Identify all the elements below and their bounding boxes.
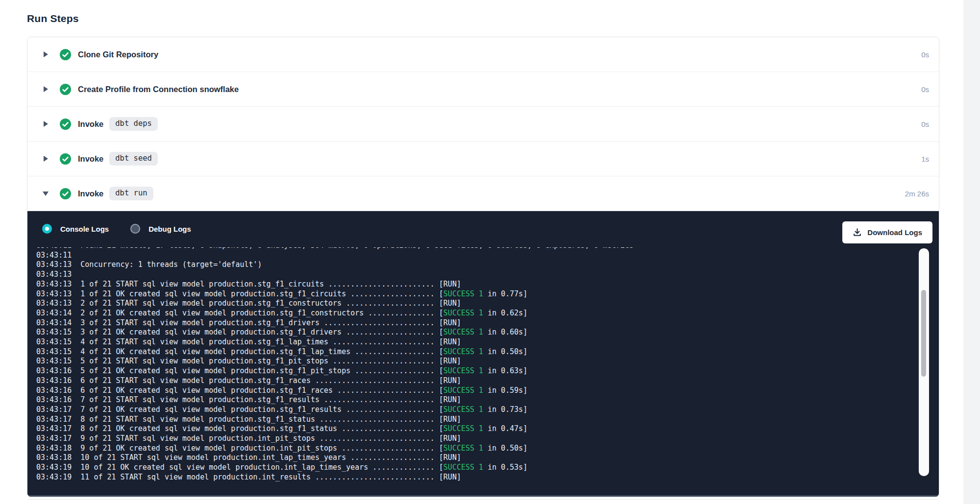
success-check-icon: [60, 49, 71, 60]
log-line: 03:43:11 Found 21 models, 17 tests, 0 sn…: [36, 247, 913, 251]
log-line: 03:43:14 2 of 21 OK created sql view mod…: [36, 309, 913, 318]
success-check-icon: [60, 119, 71, 130]
log-line: 03:43:17 9 of 21 START sql view model pr…: [36, 434, 913, 444]
log-line: 03:43:19 10 of 21 OK created sql view mo…: [36, 463, 913, 473]
step-label: Clone Git Repository: [78, 50, 158, 59]
logs-panel: Console Logs Debug Logs Download Logs 03…: [27, 211, 939, 497]
chevron-right-icon[interactable]: [42, 121, 49, 127]
log-line: 03:43:17 8 of 21 START sql view model pr…: [36, 415, 913, 425]
log-content: 03:43:11 Found 21 models, 17 tests, 0 sn…: [36, 247, 913, 482]
step-row-clone-git-repository[interactable]: Clone Git Repository 0s: [27, 37, 939, 72]
panel-bottom-edge: [28, 495, 938, 497]
step-duration: 0s: [921, 85, 929, 94]
log-line: 03:43:13 1 of 21 START sql view model pr…: [36, 280, 913, 289]
log-line: 03:43:14 3 of 21 START sql view model pr…: [36, 318, 913, 328]
step-duration: 1s: [921, 155, 929, 163]
step-label: Invoke: [78, 120, 103, 129]
chevron-down-icon[interactable]: [42, 192, 49, 196]
success-check-icon: [60, 84, 71, 95]
console-logs-radio[interactable]: Console Logs: [42, 224, 109, 234]
log-line: 03:43:17 8 of 21 OK created sql view mod…: [36, 424, 913, 434]
step-row-invoke-dbt-run[interactable]: Invoke dbt run 2m 26s: [27, 176, 939, 211]
log-line: 03:43:16 5 of 21 OK created sql view mod…: [36, 366, 913, 376]
step-label: Create Profile from Connection snowflake: [78, 85, 239, 94]
log-line: 03:43:16 7 of 21 START sql view model pr…: [36, 395, 913, 405]
step-row-invoke-dbt-seed[interactable]: Invoke dbt seed 1s: [27, 142, 939, 176]
log-line: 03:43:15 5 of 21 START sql view model pr…: [36, 357, 913, 366]
log-line: 03:43:13 Concurrency: 1 threads (target=…: [36, 260, 913, 270]
console-logs-label: Console Logs: [60, 225, 109, 233]
step-duration: 0s: [921, 120, 929, 128]
step-label: Invoke: [78, 189, 103, 198]
command-badge: dbt deps: [109, 117, 158, 131]
log-line: 03:43:19 11 of 21 START sql view model p…: [36, 473, 913, 482]
log-line: 03:43:15 4 of 21 OK created sql view mod…: [36, 347, 913, 357]
download-icon: [853, 228, 862, 237]
section-divider: [27, 499, 938, 500]
log-line: 03:43:15 3 of 21 OK created sql view mod…: [36, 328, 913, 337]
log-line: 03:43:17 7 of 21 OK created sql view mod…: [36, 405, 913, 415]
run-steps-card: Clone Git Repository 0s Create Profile f…: [27, 37, 939, 497]
step-row-invoke-dbt-deps[interactable]: Invoke dbt deps 0s: [27, 107, 939, 142]
debug-logs-label: Debug Logs: [148, 225, 191, 233]
step-duration: 2m 26s: [905, 190, 929, 198]
log-line: 03:43:15 4 of 21 START sql view model pr…: [36, 337, 913, 347]
step-label: Invoke: [78, 154, 103, 164]
download-logs-label: Download Logs: [867, 228, 922, 237]
page-right-gutter: [963, 0, 980, 504]
log-line: 03:43:13 2 of 21 START sql view model pr…: [36, 299, 913, 309]
radio-unselected-icon[interactable]: [130, 224, 140, 234]
success-check-icon: [60, 188, 71, 199]
log-scrollbar-thumb[interactable]: [921, 290, 926, 377]
log-line: 03:43:18 9 of 21 OK created sql view mod…: [36, 444, 913, 454]
log-scrollbar-track[interactable]: [919, 248, 929, 476]
chevron-right-icon[interactable]: [42, 51, 49, 57]
command-badge: dbt run: [109, 187, 153, 200]
step-row-create-profile[interactable]: Create Profile from Connection snowflake…: [27, 72, 939, 107]
console-log-output: 03:43:11 Found 21 models, 17 tests, 0 sn…: [36, 247, 913, 483]
log-line: 03:43:13: [36, 270, 913, 280]
log-line: 03:43:13 1 of 21 OK created sql view mod…: [36, 289, 913, 299]
page-title: Run Steps: [27, 13, 79, 24]
log-line: 03:43:11: [36, 251, 913, 261]
log-line: 03:43:16 6 of 21 OK created sql view mod…: [36, 386, 913, 396]
log-line: 03:43:18 10 of 21 START sql view model p…: [36, 453, 913, 463]
step-duration: 0s: [921, 50, 929, 59]
chevron-right-icon[interactable]: [42, 86, 49, 92]
chevron-right-icon[interactable]: [42, 156, 49, 162]
log-type-radio-group: Console Logs Debug Logs: [42, 224, 191, 234]
debug-logs-radio[interactable]: Debug Logs: [130, 224, 191, 234]
log-line: 03:43:16 6 of 21 START sql view model pr…: [36, 376, 913, 386]
command-badge: dbt seed: [109, 152, 158, 166]
radio-selected-icon[interactable]: [42, 224, 52, 234]
success-check-icon: [60, 153, 71, 165]
download-logs-button[interactable]: Download Logs: [842, 221, 932, 243]
